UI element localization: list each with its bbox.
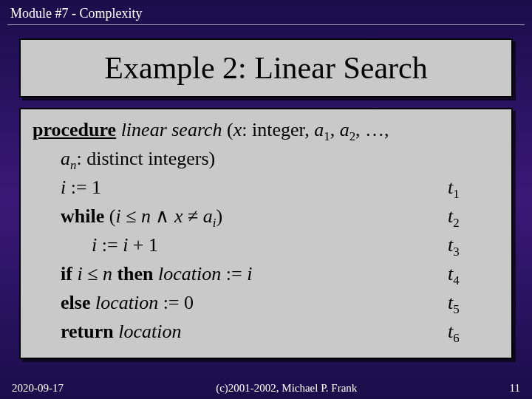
line-else: else location := 0 t5 xyxy=(33,290,499,318)
algorithm-box: procedure linear search (x: integer, a1,… xyxy=(19,108,513,359)
footer-copyright: (c)2001-2002, Michael P. Frank xyxy=(216,382,357,395)
slide-title: Example 2: Linear Search xyxy=(104,51,427,85)
line-return: return location t6 xyxy=(33,318,499,347)
header-rule xyxy=(7,24,525,25)
title-box: Example 2: Linear Search xyxy=(19,38,513,98)
module-header: Module #7 - Complexity xyxy=(0,0,532,24)
line-while: while (i ≤ n ∧ x ≠ ai) t2 xyxy=(33,203,499,232)
line-init: i := 1 t1 xyxy=(33,174,499,203)
kw-procedure: procedure xyxy=(33,119,116,140)
line-increment: i := i + 1 t3 xyxy=(33,232,499,261)
proc-line1: procedure linear search (x: integer, a1,… xyxy=(33,117,499,146)
proc-line2: an: distinct integers) xyxy=(33,146,499,174)
footer: 2020-09-17 (c)2001-2002, Michael P. Fran… xyxy=(0,382,532,395)
proc-name: linear search xyxy=(121,119,222,140)
line-if: if i ≤ n then location := i t4 xyxy=(33,261,499,290)
footer-date: 2020-09-17 xyxy=(12,382,64,395)
footer-page: 11 xyxy=(510,382,520,395)
